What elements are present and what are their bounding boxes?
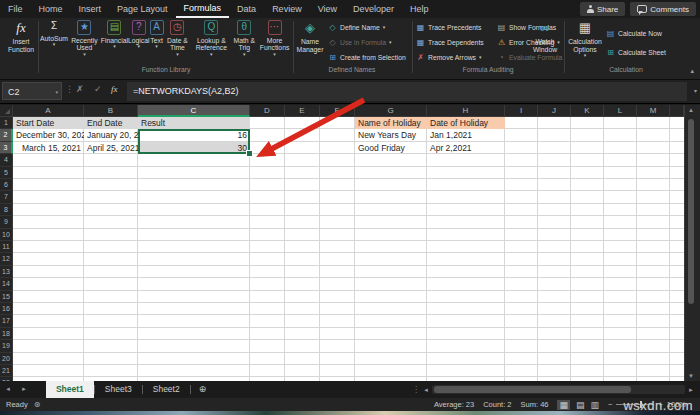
tab-page-layout[interactable]: Page Layout [109, 0, 176, 18]
row-header-17[interactable]: 17 [0, 315, 13, 327]
sheet-tab-sheet2[interactable]: Sheet2 [143, 381, 190, 398]
define-name-button[interactable]: ◇Define Name▾ [328, 20, 406, 35]
insert-function-fx-icon[interactable]: fx [111, 84, 118, 94]
row-header-11[interactable]: 11 [0, 241, 13, 253]
collapse-ribbon-icon[interactable]: ▴ [690, 67, 694, 75]
horizontal-scrollbar-thumb[interactable] [434, 386, 631, 393]
cell-C1[interactable]: Result [138, 117, 250, 129]
row-header-2[interactable]: 2 [0, 129, 13, 141]
cell-G2[interactable]: New Years Day [355, 129, 427, 141]
horizontal-scrollbar[interactable]: ⋮ ◄ ► [412, 383, 694, 396]
lookup-reference-button[interactable]: QLookup & Reference▾ [191, 20, 231, 57]
column-header-a[interactable]: A [13, 105, 84, 117]
trace-precedents-button[interactable]: ▦Trace Precedents [416, 20, 484, 35]
accessibility-icon[interactable]: ⊛ [34, 400, 41, 409]
comments-button[interactable]: Comments [630, 2, 696, 16]
horizontal-scrollbar-track[interactable] [432, 385, 685, 394]
column-header-j[interactable]: J [538, 105, 571, 117]
scroll-up-icon[interactable]: ▲ [685, 107, 697, 113]
cell-H2[interactable]: Jan 1,2021 [427, 129, 505, 141]
scroll-down-icon[interactable]: ▼ [685, 373, 697, 379]
row-header-3[interactable]: 3 [0, 142, 13, 154]
insert-function-button[interactable]: fx Insert Function [4, 20, 38, 53]
tab-formulas[interactable]: Formulas [176, 0, 230, 18]
calculation-options-button[interactable]: ▦ Calculation Options ▾ [567, 20, 603, 58]
enter-icon[interactable]: ✓ [94, 84, 102, 94]
page-break-view-icon[interactable]: ▥ [591, 400, 600, 410]
more-functions-button[interactable]: ⋯More Functions▾ [257, 20, 292, 57]
row-header-1[interactable]: 1 [0, 117, 13, 129]
date-time-button[interactable]: ◷Date & Time▾ [164, 20, 192, 57]
calculate-now-button[interactable]: ▤Calculate Now [606, 24, 666, 43]
select-all-corner[interactable] [0, 105, 13, 117]
fill-handle[interactable] [246, 150, 253, 157]
formula-input[interactable]: =NETWORKDAYS(A2,B2) [127, 82, 687, 101]
financial-button[interactable]: ▤Financial▾ [101, 20, 128, 57]
row-header-14[interactable]: 14 [0, 278, 13, 290]
cell-H1[interactable]: Date of Holiday [427, 117, 505, 129]
calculate-sheet-button[interactable]: ⊞Calculate Sheet [606, 43, 666, 62]
tab-help[interactable]: Help [402, 0, 437, 18]
row-header-19[interactable]: 19 [0, 340, 13, 352]
column-header-e[interactable]: E [285, 105, 320, 117]
row-header-20[interactable]: 20 [0, 353, 13, 365]
vertical-scrollbar[interactable]: ▲ ▼ [684, 105, 697, 381]
row-header-4[interactable]: 4 [0, 154, 13, 166]
column-header-l[interactable]: L [604, 105, 637, 117]
column-header-c[interactable]: C [138, 105, 250, 117]
column-header-k[interactable]: K [571, 105, 604, 117]
column-header-i[interactable]: I [505, 105, 538, 117]
recently-used-button[interactable]: ★Recently Used▾ [68, 20, 101, 57]
name-manager-button[interactable]: ◈ Name Manager [294, 20, 326, 53]
row-header-13[interactable]: 13 [0, 266, 13, 278]
sheet-tab-sheet1[interactable]: Sheet1 [46, 381, 94, 398]
cell-B3[interactable]: April 25, 2021 [84, 142, 138, 154]
zoom-out-icon[interactable]: − [608, 400, 612, 409]
column-header-d[interactable]: D [250, 105, 285, 117]
autosum-button[interactable]: ΣAutoSum▾ [40, 20, 68, 57]
row-header-9[interactable]: 9 [0, 216, 13, 228]
scrollbar-splitter[interactable]: ⋮ [412, 385, 420, 394]
spreadsheet-grid[interactable]: ABCDEFGHIJKLM123456789101112131415161718… [0, 105, 684, 381]
row-header-8[interactable]: 8 [0, 204, 13, 216]
sheet-tab-sheet3[interactable]: Sheet3 [95, 381, 142, 398]
scroll-left-icon[interactable]: ◄ [423, 387, 429, 393]
row-header-21[interactable]: 21 [0, 365, 13, 377]
cell-G1[interactable]: Name of Holiday [355, 117, 427, 129]
cell-G3[interactable]: Good Friday [355, 142, 427, 154]
vertical-scrollbar-thumb[interactable] [688, 119, 694, 304]
scroll-right-icon[interactable]: ► [688, 387, 694, 393]
tab-developer[interactable]: Developer [345, 0, 402, 18]
trace-dependents-button[interactable]: ▦Trace Dependents [416, 35, 484, 50]
tab-view[interactable]: View [310, 0, 345, 18]
cell-B2[interactable]: January 20, 2021 [84, 129, 138, 141]
tab-insert[interactable]: Insert [71, 0, 110, 18]
row-header-15[interactable]: 15 [0, 291, 13, 303]
cell-A2[interactable]: December 30, 2020 [13, 129, 84, 141]
column-header-g[interactable]: G [355, 105, 427, 117]
column-header-h[interactable]: H [427, 105, 505, 117]
page-layout-view-icon[interactable]: ▤ [576, 400, 585, 410]
tab-data[interactable]: Data [229, 0, 264, 18]
formula-bar-expand-icon[interactable]: ▾ [694, 87, 697, 94]
text-button[interactable]: AText▾ [150, 20, 164, 57]
logical-button[interactable]: ?Logical▾ [128, 20, 150, 57]
tab-home[interactable]: Home [31, 0, 71, 18]
remove-arrows-button[interactable]: ✗Remove Arrows▾ [416, 50, 484, 65]
normal-view-icon[interactable]: ▦ [557, 400, 570, 410]
row-header-16[interactable]: 16 [0, 303, 13, 315]
chevron-down-icon[interactable]: ▾ [55, 83, 58, 101]
cell-A1[interactable]: Start Date [13, 117, 84, 129]
watch-window-button[interactable]: ∞ Watch Window [528, 20, 562, 53]
row-header-18[interactable]: 18 [0, 328, 13, 340]
row-header-7[interactable]: 7 [0, 191, 13, 203]
column-header-m[interactable]: M [637, 105, 670, 117]
tab-review[interactable]: Review [264, 0, 310, 18]
sheet-nav-left-icon[interactable]: ◄ [0, 381, 16, 398]
cell-A3[interactable]: March 15, 2021 [13, 142, 84, 154]
column-header-f[interactable]: F [320, 105, 355, 117]
row-header-5[interactable]: 5 [0, 167, 13, 179]
share-button[interactable]: Share [580, 2, 625, 16]
tab-file[interactable]: File [0, 0, 31, 18]
row-header-10[interactable]: 10 [0, 229, 13, 241]
